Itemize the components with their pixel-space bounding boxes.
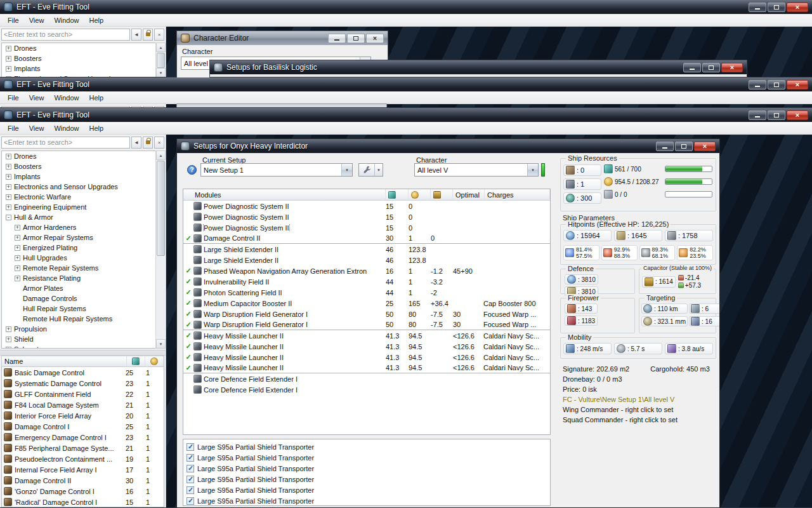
chevron-down-icon[interactable]: ▼ <box>341 164 352 176</box>
minimize-button[interactable] <box>328 34 346 43</box>
chevron-down-icon[interactable]: ▼ <box>374 164 383 176</box>
expander-icon[interactable]: + <box>6 326 11 332</box>
expander-icon[interactable]: + <box>15 245 20 251</box>
minimize-button[interactable] <box>749 110 766 120</box>
expander-icon[interactable]: + <box>6 347 11 349</box>
item-row[interactable]: 'Radical' Damage Control I 15 1 <box>2 497 164 507</box>
setup-tools-button[interactable]: ▼ <box>358 163 383 177</box>
checkbox-checked-icon[interactable] <box>187 486 194 494</box>
menu-item[interactable]: Help <box>84 123 109 134</box>
powergrid-column-header[interactable] <box>409 189 431 200</box>
close-button[interactable]: × <box>694 142 716 151</box>
tree-item[interactable]: + Resistance Plating <box>2 273 155 283</box>
close-button[interactable]: × <box>787 80 808 90</box>
expander-icon[interactable]: + <box>6 66 11 72</box>
menu-item[interactable]: Window <box>49 15 84 26</box>
tree-item[interactable]: Armor Plates <box>2 283 155 293</box>
expander-icon[interactable]: + <box>6 204 11 210</box>
scrollbar-thumb[interactable] <box>157 53 165 68</box>
module-row[interactable]: Power Diagnostic System II 15 0 <box>183 201 550 211</box>
module-row[interactable]: Damage Control II 30 1 0 <box>183 233 550 244</box>
tree-item[interactable]: + Boosters <box>2 161 155 171</box>
tree-scrollbar[interactable]: ▲ ▼ <box>155 150 166 349</box>
tree-item[interactable]: - Hull & Armor <box>2 212 155 222</box>
optimal-column-header[interactable]: Optimal <box>453 189 485 200</box>
module-row[interactable]: Phased Weapon Navigation Array Generatio… <box>183 265 550 276</box>
charge-option-row[interactable]: Large S95a Partial Shield Transporter <box>183 452 550 463</box>
item-row[interactable]: Damage Control II 30 1 <box>2 475 164 486</box>
collapse-panel-button[interactable]: ◄ <box>131 29 141 41</box>
item-row[interactable]: Pseudoelectron Containment ... 19 1 <box>2 453 164 464</box>
menu-item[interactable]: View <box>24 123 49 134</box>
name-column-header[interactable]: Name <box>2 356 127 366</box>
tree-item[interactable]: + Subsystems <box>2 344 155 349</box>
tree-item[interactable]: + Electronic Warfare <box>2 192 155 202</box>
expander-icon[interactable]: + <box>6 164 11 170</box>
maximize-button[interactable] <box>768 110 785 120</box>
item-row[interactable]: F85 Peripheral Damage Syste... 21 1 <box>2 443 164 453</box>
tree-item[interactable]: + Drones <box>2 151 155 161</box>
collapse-panel-button[interactable]: ◄ <box>131 137 141 149</box>
checkbox-checked-icon[interactable] <box>187 454 194 462</box>
scroll-up-button[interactable]: ▲ <box>156 43 166 52</box>
expander-icon[interactable]: + <box>6 174 11 180</box>
tree-item[interactable]: + Engineering Equipment <box>2 202 155 212</box>
item-row[interactable]: Internal Force Field Array I 17 1 <box>2 464 164 475</box>
tree-item[interactable]: + Propulsion <box>2 324 155 334</box>
item-row[interactable]: 'Gonzo' Damage Control I 16 1 <box>2 486 164 497</box>
checkbox-checked-icon[interactable] <box>187 465 194 472</box>
maximize-button[interactable] <box>702 63 720 72</box>
tree-item[interactable]: Remote Hull Repair Systems <box>2 314 155 324</box>
expander-icon[interactable]: + <box>15 255 20 261</box>
menu-item[interactable]: File <box>3 123 24 134</box>
clear-search-button[interactable]: × <box>154 29 164 41</box>
tree-item[interactable]: + Electronics and Sensor Upgrades <box>2 182 155 192</box>
tree-item[interactable]: + Implants <box>2 171 155 182</box>
expander-icon[interactable]: + <box>6 56 11 62</box>
expander-icon[interactable]: + <box>6 194 11 200</box>
expander-icon[interactable]: + <box>6 154 11 159</box>
tree-item[interactable]: Hull Repair Systems <box>2 304 155 314</box>
menu-item[interactable]: File <box>3 92 24 104</box>
scroll-down-button[interactable]: ▼ <box>156 339 166 349</box>
modules-column-header[interactable]: Modules <box>183 189 386 200</box>
menu-item[interactable]: Window <box>49 92 84 104</box>
module-row[interactable]: Core Defence Field Extender I <box>183 373 550 384</box>
tree-item[interactable]: + Shield <box>2 334 155 344</box>
module-row[interactable]: Power Diagnostic System II 15 0 <box>183 222 550 233</box>
module-row[interactable]: Photon Scattering Field II 44 1 -2 <box>183 287 550 298</box>
module-row[interactable]: Heavy Missile Launcher II 41.3 94.5 <126… <box>183 352 550 363</box>
tree-item[interactable]: + Implants <box>2 64 155 74</box>
item-row[interactable]: Emergency Damage Control I 23 1 <box>2 432 164 443</box>
charge-option-row[interactable]: Large S95a Partial Shield Transporter <box>183 495 550 506</box>
tree-item[interactable]: + Drones <box>2 43 155 53</box>
close-button[interactable]: × <box>787 110 808 120</box>
tree-item[interactable]: + Remote Repair Systems <box>2 263 155 273</box>
maximize-button[interactable] <box>675 142 693 151</box>
module-row[interactable]: Medium Capacitor Booster II 25 165 +36.4… <box>183 298 550 309</box>
tree-item[interactable]: + Armor Repair Systems <box>2 232 155 243</box>
menu-item[interactable]: View <box>24 15 49 26</box>
clear-search-button[interactable]: × <box>154 137 164 149</box>
chevron-down-icon[interactable]: ▼ <box>527 164 538 176</box>
panel-splitter[interactable] <box>0 350 166 356</box>
module-row[interactable]: Warp Disruption Field Generator I 50 80 … <box>183 319 550 330</box>
maximize-button[interactable] <box>347 34 365 43</box>
module-row[interactable]: Heavy Missile Launcher II 41.3 94.5 <126… <box>183 330 550 341</box>
lock-button[interactable] <box>143 137 153 149</box>
module-row[interactable]: Large Shield Extender II 46 123.8 <box>183 255 550 265</box>
squad-commander-value[interactable]: Squad Commander - right click to set <box>563 416 715 426</box>
tree-item[interactable]: + Hull Upgrades <box>2 253 155 263</box>
tree-item[interactable]: + Armor Hardeners <box>2 222 155 232</box>
charge-option-row[interactable]: Large S95a Partial Shield Transporter <box>183 441 550 452</box>
search-input[interactable] <box>1 137 130 149</box>
module-row[interactable]: Warp Disruption Field Generator I 50 80 … <box>183 309 550 319</box>
charges-column-header[interactable]: Charges <box>485 189 550 200</box>
tree-scrollbar[interactable]: ▲ ▼ <box>155 43 166 77</box>
item-row[interactable]: Basic Damage Control 25 1 <box>2 367 164 378</box>
maximize-button[interactable] <box>768 3 785 12</box>
module-row[interactable]: Core Defence Field Extender I <box>183 384 550 395</box>
lock-button[interactable] <box>143 29 153 41</box>
menu-item[interactable]: File <box>3 15 24 26</box>
help-icon[interactable]: ? <box>187 165 197 175</box>
